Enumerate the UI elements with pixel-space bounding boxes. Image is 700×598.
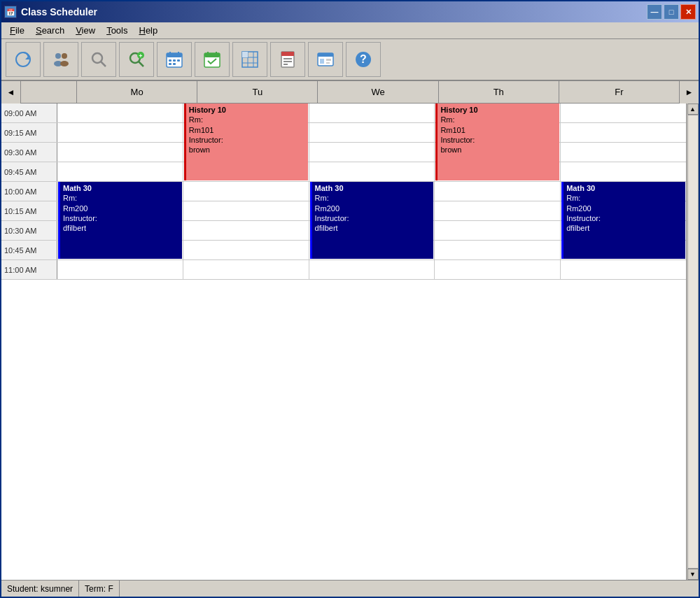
students-button[interactable] bbox=[43, 42, 78, 77]
svg-rect-18 bbox=[177, 59, 180, 62]
svg-rect-30 bbox=[242, 52, 248, 57]
refresh-button[interactable] bbox=[6, 42, 41, 77]
time-cell-6: 10:30 AM bbox=[1, 221, 57, 240]
day-cell-3-6[interactable] bbox=[435, 221, 561, 240]
scroll-up-arrow[interactable]: ▲ bbox=[687, 104, 699, 115]
day-cell-1-0[interactable]: History 10Rm:Rm101Instructor:brown bbox=[183, 104, 309, 122]
svg-rect-38 bbox=[320, 59, 324, 64]
search-plus-button[interactable]: + bbox=[119, 42, 154, 77]
day-cell-2-4[interactable]: Math 30Rm:Rm200Instructor:dfilbert bbox=[309, 182, 435, 201]
day-cell-0-1[interactable] bbox=[57, 123, 183, 142]
event-history-th[interactable]: History 10Rm:Rm101Instructor:brown bbox=[435, 104, 559, 180]
time-cell-3: 09:45 AM bbox=[1, 162, 57, 181]
day-cell-3-0[interactable]: History 10Rm:Rm101Instructor:brown bbox=[435, 104, 561, 122]
calendar-header: ◄ Mo Tu We Th Fr ► bbox=[1, 81, 699, 104]
day-cell-1-7[interactable] bbox=[183, 241, 309, 259]
event-math-fr[interactable]: Math 30Rm:Rm200Instructor:dfilbert bbox=[561, 182, 685, 259]
cal-row: 09:15 AM bbox=[1, 123, 686, 143]
svg-rect-40 bbox=[326, 62, 330, 64]
menu-view[interactable]: View bbox=[70, 24, 101, 37]
svg-marker-1 bbox=[25, 56, 29, 59]
menu-file[interactable]: File bbox=[4, 24, 30, 37]
day-cell-2-3[interactable] bbox=[309, 162, 435, 181]
search-button[interactable] bbox=[81, 42, 116, 77]
help-button[interactable]: ? bbox=[346, 42, 381, 77]
svg-rect-37 bbox=[318, 53, 333, 57]
calendar-grid: 09:00 AMHistory 10Rm:Rm101Instructor:bro… bbox=[1, 104, 686, 580]
close-button[interactable]: ✕ bbox=[680, 4, 696, 20]
grid-button[interactable] bbox=[232, 42, 267, 77]
day-cell-2-2[interactable] bbox=[309, 143, 435, 162]
svg-rect-17 bbox=[173, 59, 176, 62]
day-cell-3-5[interactable] bbox=[435, 201, 561, 220]
day-cell-4-3[interactable] bbox=[561, 162, 686, 181]
day-cell-2-1[interactable] bbox=[309, 123, 435, 142]
day-cell-0-2[interactable] bbox=[57, 143, 183, 162]
time-cell-0: 09:00 AM bbox=[1, 104, 57, 122]
day-header-we: We bbox=[318, 81, 438, 103]
day-cell-3-8[interactable] bbox=[435, 260, 561, 279]
window-controls: — □ ✕ bbox=[647, 4, 696, 20]
svg-rect-16 bbox=[169, 59, 172, 62]
day-cell-3-4[interactable] bbox=[435, 182, 561, 201]
status-empty bbox=[120, 581, 699, 597]
cal-row: 09:00 AMHistory 10Rm:Rm101Instructor:bro… bbox=[1, 104, 686, 123]
schedule-button[interactable] bbox=[195, 42, 230, 77]
day-cell-2-0[interactable] bbox=[309, 104, 435, 122]
menu-tools[interactable]: Tools bbox=[101, 24, 133, 37]
day-cell-4-2[interactable] bbox=[561, 143, 686, 162]
window-title: Class Scheduler bbox=[21, 6, 97, 17]
day-cell-1-5[interactable] bbox=[183, 201, 309, 220]
menu-search[interactable]: Search bbox=[30, 24, 70, 37]
day-header-fr: Fr bbox=[559, 81, 679, 103]
main-window: 📅 Class Scheduler — □ ✕ File Search View… bbox=[0, 0, 700, 598]
nav-prev-button[interactable]: ◄ bbox=[1, 81, 21, 104]
svg-line-9 bbox=[139, 62, 144, 66]
time-cell-5: 10:15 AM bbox=[1, 201, 57, 220]
menu-help[interactable]: Help bbox=[133, 24, 163, 37]
svg-point-2 bbox=[55, 53, 61, 59]
day-cell-4-4[interactable]: Math 30Rm:Rm200Instructor:dfilbert bbox=[561, 182, 686, 201]
svg-rect-22 bbox=[204, 53, 220, 57]
nav-next-button[interactable]: ► bbox=[679, 81, 699, 104]
day-cell-4-0[interactable] bbox=[561, 104, 686, 122]
day-cell-0-0[interactable] bbox=[57, 104, 183, 122]
svg-text:+: + bbox=[139, 52, 142, 59]
calendar-scrollbar: ▲ ▼ bbox=[686, 104, 699, 580]
time-cell-8: 11:00 AM bbox=[1, 260, 57, 279]
day-cell-0-4[interactable]: Math 30Rm:Rm200Instructor:dfilbert bbox=[57, 182, 183, 201]
day-cell-1-6[interactable] bbox=[183, 221, 309, 240]
day-cell-4-8[interactable] bbox=[561, 260, 686, 279]
day-header-mo: Mo bbox=[77, 81, 197, 103]
svg-point-5 bbox=[60, 61, 69, 66]
day-cell-0-8[interactable] bbox=[57, 260, 183, 279]
title-bar: 📅 Class Scheduler — □ ✕ bbox=[1, 1, 699, 22]
svg-rect-19 bbox=[169, 63, 172, 65]
calendar-scroll-area: 09:00 AMHistory 10Rm:Rm101Instructor:bro… bbox=[1, 104, 699, 580]
report-button[interactable] bbox=[270, 42, 305, 77]
scroll-track[interactable] bbox=[687, 115, 699, 569]
minimize-button[interactable]: — bbox=[647, 4, 662, 20]
calendar-container: ◄ Mo Tu We Th Fr ► 09:00 AMHistory 10Rm:… bbox=[1, 81, 699, 580]
svg-rect-20 bbox=[173, 63, 176, 65]
event-math-mo[interactable]: Math 30Rm:Rm200Instructor:dfilbert bbox=[58, 182, 182, 259]
calendar-button[interactable] bbox=[157, 42, 192, 77]
day-cell-3-7[interactable] bbox=[435, 241, 561, 259]
event-math-we[interactable]: Math 30Rm:Rm200Instructor:dfilbert bbox=[310, 182, 434, 259]
day-cell-4-1[interactable] bbox=[561, 123, 686, 142]
menu-bar: File Search View Tools Help bbox=[1, 22, 699, 39]
view-button[interactable] bbox=[308, 42, 343, 77]
maximize-button[interactable]: □ bbox=[664, 4, 679, 20]
event-history-tu[interactable]: History 10Rm:Rm101Instructor:brown bbox=[184, 104, 308, 180]
cal-row: 11:00 AM bbox=[1, 260, 686, 280]
day-cell-0-3[interactable] bbox=[57, 162, 183, 181]
time-cell-7: 10:45 AM bbox=[1, 241, 57, 259]
scroll-down-arrow[interactable]: ▼ bbox=[687, 569, 699, 580]
day-cell-1-8[interactable] bbox=[183, 260, 309, 279]
svg-rect-39 bbox=[326, 59, 331, 61]
day-header-tu: Tu bbox=[197, 81, 318, 103]
time-cell-1: 09:15 AM bbox=[1, 123, 57, 142]
svg-rect-32 bbox=[281, 52, 294, 56]
day-cell-2-8[interactable] bbox=[309, 260, 435, 279]
day-cell-1-4[interactable] bbox=[183, 182, 309, 201]
